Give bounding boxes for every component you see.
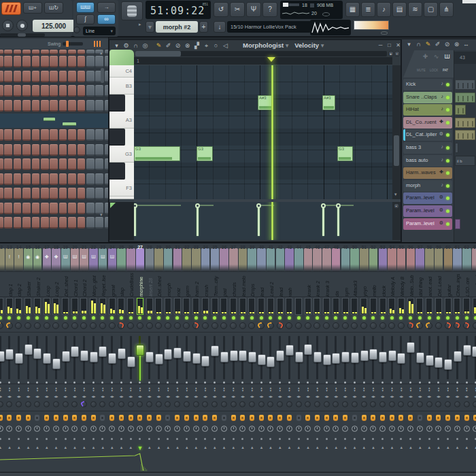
stereo-knob[interactable] [305,401,311,407]
mute-led[interactable] [7,316,11,320]
track-header[interactable] [52,248,61,271]
volume-fader[interactable] [90,352,98,362]
stereo-sep-icon[interactable]: ◂▸ [5,394,14,398]
step-button[interactable] [32,56,40,67]
fx-plug-icon[interactable] [324,415,329,421]
swap-arrows-icon[interactable]: ▴▾ [407,386,415,392]
stereo-sep-icon[interactable]: ◂▸ [388,394,396,398]
step-button[interactable] [14,129,22,141]
step-button[interactable] [59,100,67,112]
volume-fader[interactable] [127,356,135,367]
fx-plug-icon[interactable] [156,415,161,421]
pan-knob[interactable] [370,322,377,329]
mixer-track[interactable]: 13!clap 1▴▾◂▸▴ [5,243,14,476]
step-button[interactable] [0,188,3,199]
fx-plug-icon[interactable] [380,415,385,421]
route-arrow[interactable]: ▴ [322,445,331,450]
fx-plug-icon[interactable] [109,415,114,421]
volume-fader[interactable] [118,348,126,359]
pr-delete-tool-icon[interactable]: ⊘ [173,42,182,49]
step-button[interactable] [22,188,31,199]
track-header[interactable] [435,248,443,271]
pan-knob[interactable] [248,322,255,329]
stereo-sep-icon[interactable]: ◂▸ [276,394,285,398]
pan-knob[interactable] [313,322,320,329]
volume-fader[interactable] [183,351,191,362]
import-button[interactable]: ↓ [214,21,226,33]
step-button[interactable] [32,100,40,112]
track-header[interactable] [108,248,117,271]
pl-magnet-icon[interactable]: ∩ [414,41,423,48]
track-header[interactable] [350,248,359,271]
mixer-track[interactable]: 28Insert 28▴▾◂▸▴ [146,243,154,476]
piano-key-black[interactable] [109,95,125,112]
track-header[interactable] [229,248,238,271]
stereo-sep-icon[interactable]: ◂▸ [117,394,126,398]
swap-arrows-icon[interactable]: ▴▾ [5,386,14,392]
route-arrow[interactable]: ▴ [108,445,117,450]
fx-plug-icon[interactable] [63,415,68,421]
fx-plug-icon[interactable] [427,415,432,421]
swap-arrows-icon[interactable]: ▴▾ [388,386,396,392]
pan-knob[interactable] [445,322,452,329]
mixer-track[interactable]: 60guitar▴▾◂▸▴ [444,243,453,476]
route-arrow[interactable]: ▴ [285,445,294,450]
volume-fader[interactable] [173,347,182,358]
pan-knob[interactable] [463,322,470,329]
mute-led[interactable] [157,316,160,320]
add-pattern-button[interactable]: Ш+ [23,2,42,14]
step-button[interactable] [78,217,86,228]
step-button[interactable] [22,173,31,185]
help-button[interactable]: ? [262,2,277,17]
step-button[interactable] [59,173,67,185]
swap-arrows-icon[interactable]: ▴▾ [0,386,5,392]
route-arrow[interactable]: ▴ [201,445,210,450]
step-button[interactable] [0,203,3,214]
mixer-track[interactable]: 29Del..shed▴▾◂▸▴ [154,243,163,476]
step-button[interactable] [22,158,31,170]
route-arrow[interactable]: ▴ [294,445,303,450]
swap-arrows-icon[interactable]: ▴▾ [108,386,117,392]
step-button[interactable] [22,217,31,228]
step-button[interactable] [78,50,86,54]
step-button[interactable] [86,129,95,141]
piano-roll-button[interactable]: ♪ [377,2,391,17]
stereo-sep-icon[interactable]: ◂▸ [425,394,434,398]
route-arrow[interactable]: ▴ [257,445,266,450]
clock-icon[interactable] [231,426,237,432]
stereo-sep-icon[interactable]: ◂▸ [192,394,201,398]
fx-plug-icon[interactable] [305,415,310,421]
clock-icon[interactable] [0,426,3,432]
volume-fader[interactable] [295,352,303,362]
fx-plug-icon[interactable] [147,415,152,421]
clock-icon[interactable] [202,426,208,432]
step-button[interactable] [41,173,49,185]
pan-knob[interactable] [24,322,31,329]
stereo-sep-icon[interactable]: ◂▸ [285,394,294,398]
stereo-knob[interactable] [473,401,476,407]
mute-led[interactable] [175,316,179,320]
picker-tab-label[interactable]: MUTE [417,69,426,72]
volume-fader[interactable] [201,356,209,367]
clock-icon[interactable] [71,426,78,432]
patterns-icon[interactable]: Ш [443,53,452,60]
stereo-sep-icon[interactable]: ◂▸ [313,394,322,398]
mute-led[interactable] [334,316,337,320]
swap-arrows-icon[interactable]: ▴▾ [43,386,52,392]
fx-plug-icon[interactable] [445,415,450,421]
fx-plug-icon[interactable] [35,415,39,421]
pattern-display[interactable]: morph #2 [156,21,198,33]
clock-icon[interactable] [305,426,311,432]
pan-knob[interactable] [62,322,69,329]
stereo-sep-icon[interactable]: ◂▸ [407,394,415,398]
volume-fader[interactable] [192,353,201,364]
clock-icon[interactable] [6,426,12,432]
step-button[interactable] [50,158,58,170]
route-arrow[interactable]: ▴ [99,445,107,450]
pan-knob[interactable] [342,322,349,329]
velocity-handle[interactable] [336,203,341,208]
stereo-sep-icon[interactable]: ◂▸ [294,394,303,398]
pan-knob[interactable] [258,322,265,329]
step-button[interactable] [22,85,31,97]
mute-led[interactable] [241,316,244,320]
